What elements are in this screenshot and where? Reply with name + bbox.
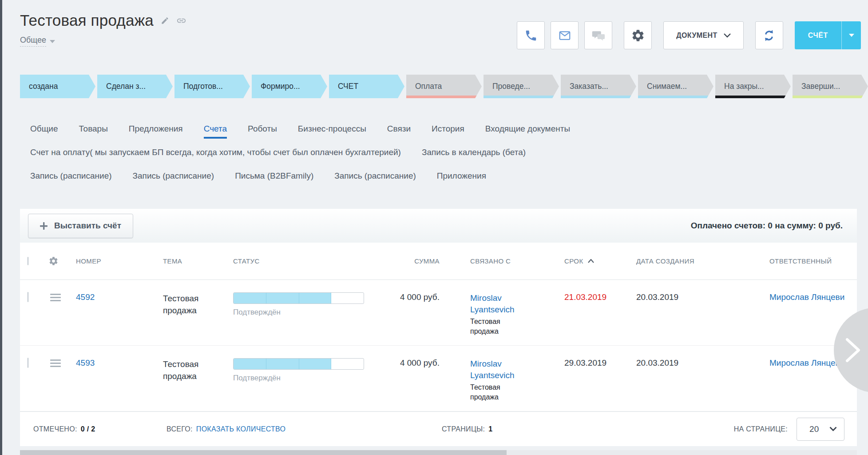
settings-button[interactable] [624, 21, 652, 49]
tab-item[interactable]: Входящие документы [485, 124, 570, 134]
edit-title-icon[interactable] [161, 16, 169, 25]
grid-settings-button[interactable] [48, 256, 70, 266]
stage-item[interactable]: создана [20, 75, 95, 98]
row-menu-button[interactable] [50, 359, 61, 369]
column-header-responsible[interactable]: ОТВЕТСТВЕННЫЙ [763, 257, 857, 265]
per-page-control: НА СТРАНИЦЕ: 20 [734, 418, 844, 441]
add-invoice-label: Выставить счёт [54, 221, 121, 231]
stage-underline [484, 96, 559, 98]
stage-item[interactable]: Снимаем... [638, 75, 713, 98]
pages-indicator: СТРАНИЦЫ: 1 [442, 425, 492, 433]
category-label: Общее [20, 36, 46, 47]
row-checkbox[interactable] [28, 358, 28, 368]
linked-contact-link[interactable]: Miroslav Lyantsevich [470, 292, 523, 315]
chat-button[interactable] [584, 21, 612, 49]
per-page-select[interactable]: 20 [797, 418, 844, 441]
call-button[interactable] [517, 21, 545, 49]
show-count-link[interactable]: ПОКАЗАТЬ КОЛИЧЕСТВО [196, 425, 285, 433]
tab-item[interactable]: Роботы [248, 124, 277, 134]
stage-underline [329, 96, 404, 98]
stage-item[interactable]: Проведе... [484, 75, 559, 98]
table-row: 4593 Тестовая продажа Подтверждён 4 000 … [20, 346, 857, 411]
tab-item[interactable]: Связи [387, 124, 411, 134]
invoice-number-link[interactable]: 4592 [76, 292, 95, 302]
stage-label: Проведе... [492, 82, 530, 91]
stage-underline [174, 96, 250, 98]
invoice-status-cell: Подтверждён [227, 358, 383, 383]
tab-item[interactable]: Предложения [129, 124, 183, 134]
responsible-link[interactable]: Мирослав Лянцеви [769, 358, 844, 367]
email-button[interactable] [551, 21, 579, 49]
stage-item[interactable]: Заверши... [793, 75, 868, 98]
tab-item[interactable]: Общие [30, 124, 58, 134]
column-header-due[interactable]: СРОК [558, 257, 630, 265]
status-label: Подтверждён [233, 374, 383, 383]
row-menu-button[interactable] [50, 294, 61, 303]
detail-tabs: ОбщиеТоварыПредложенияСчетаРоботыБизнес-… [30, 117, 861, 188]
add-invoice-button[interactable]: Выставить счёт [28, 214, 133, 238]
column-header-created[interactable]: ДАТА СОЗДАНИЯ [630, 257, 763, 265]
tab-item[interactable]: Счета [204, 124, 227, 134]
tab-item[interactable]: Письма (B2BFamily) [235, 171, 313, 181]
stage-label: создана [29, 82, 58, 91]
tab-item[interactable]: История [432, 124, 464, 134]
column-header-status[interactable]: СТАТУС [227, 257, 383, 265]
stage-item[interactable]: Подготов... [174, 75, 250, 98]
stage-underline [20, 96, 95, 98]
tab-item[interactable]: Товары [79, 124, 107, 134]
category-selector[interactable]: Общее [20, 36, 186, 47]
invoice-button-dropdown[interactable] [841, 21, 861, 49]
tab-item[interactable]: Приложения [437, 171, 486, 181]
chevron-down-icon [829, 427, 837, 431]
invoices-panel: Выставить счёт Оплачено счетов: 0 на сум… [20, 209, 857, 446]
tab-item[interactable]: Бизнес-процессы [298, 124, 366, 134]
invoice-due-date: 29.03.2019 [558, 358, 630, 368]
column-header-amount[interactable]: СУММА [383, 257, 464, 265]
tab-item[interactable]: Запись (расписание) [133, 171, 214, 181]
paid-summary: Оплачено счетов: 0 на сумму: 0 руб. [691, 221, 843, 231]
invoice-button-label: СЧЁТ [795, 21, 841, 49]
stage-item[interactable]: Сделан з... [97, 75, 173, 98]
automation-button[interactable] [755, 21, 783, 49]
invoice-created-date: 20.03.2019 [630, 292, 763, 302]
stage-label: СЧЕТ [338, 82, 358, 91]
stage-item[interactable]: На закры... [715, 75, 791, 98]
stage-item[interactable]: СЧЕТ [329, 75, 404, 98]
stage-underline [252, 96, 327, 98]
stage-item[interactable]: Оплата [406, 75, 482, 98]
stage-item[interactable]: Заказать... [561, 75, 636, 98]
select-all-checkbox[interactable] [28, 257, 28, 265]
invoice-due-date: 21.03.2019 [558, 292, 630, 302]
column-header-subject[interactable]: ТЕМА [157, 257, 227, 265]
chat-bubbles-icon [591, 29, 606, 42]
invoice-created-date: 20.03.2019 [630, 358, 763, 368]
status-progress-fill [234, 359, 331, 369]
status-progress-fill [234, 293, 331, 303]
table-footer: ОТМЕЧЕНО: 0 / 2 ВСЕГО: ПОКАЗАТЬ КОЛИЧЕСТ… [20, 411, 857, 446]
stage-label: Формиро... [261, 82, 300, 91]
invoice-button[interactable]: СЧЁТ [795, 21, 861, 49]
invoice-number-link[interactable]: 4593 [76, 358, 95, 367]
stage-label: На закры... [724, 82, 764, 91]
column-header-linked[interactable]: СВЯЗАНО С [464, 257, 558, 265]
tab-item[interactable]: Счет на оплату( мы запускаем БП всегда, … [30, 148, 401, 157]
tab-item[interactable]: Запись (расписание) [334, 171, 416, 181]
link-icon[interactable] [176, 16, 186, 26]
scrollbar-thumb[interactable] [20, 450, 507, 455]
gear-icon [631, 28, 645, 43]
responsible-link[interactable]: Мирослав Лянцеви [769, 292, 844, 302]
per-page-value: 20 [809, 424, 819, 434]
deal-stage-bar: создана Сделан з... Подготов... Формиро.… [20, 75, 868, 98]
stage-item[interactable]: Формиро... [252, 75, 327, 98]
column-header-number[interactable]: НОМЕР [70, 257, 157, 265]
invoice-amount: 4 000 руб. [383, 358, 464, 368]
tabs-row-3: Запись (расписание)Запись (расписание)Пи… [30, 164, 861, 188]
envelope-icon [558, 29, 571, 42]
linked-contact-link[interactable]: Miroslav Lyantsevich [470, 358, 523, 381]
row-checkbox[interactable] [28, 292, 28, 302]
stage-underline [561, 96, 636, 98]
tab-item[interactable]: Запись в календарь (бета) [422, 148, 526, 157]
tab-item[interactable]: Запись (расписание) [30, 171, 112, 181]
horizontal-scrollbar[interactable] [20, 450, 857, 455]
document-button[interactable]: ДОКУМЕНТ [663, 21, 744, 49]
